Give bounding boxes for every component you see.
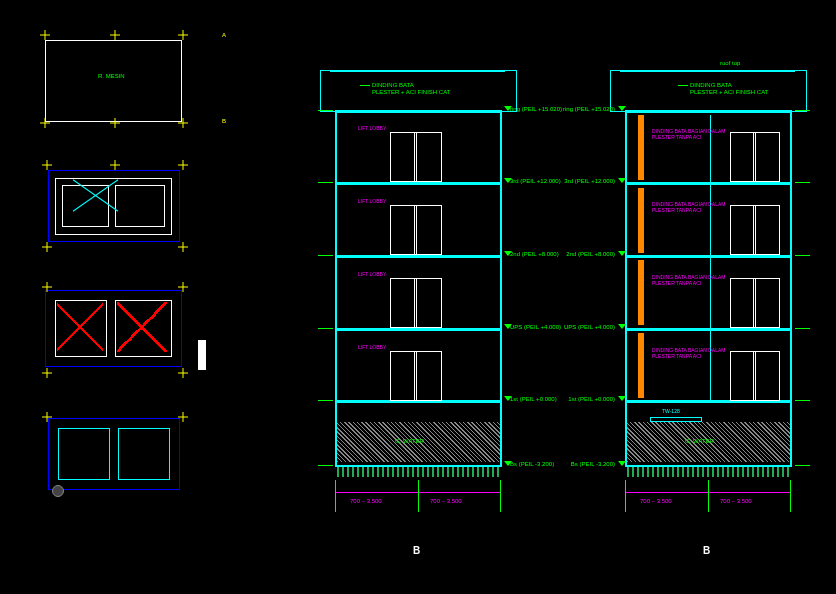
wall-highlight bbox=[638, 188, 644, 253]
plan4-room1 bbox=[58, 428, 110, 480]
wall-label: DINDING BATA BAGIAN DALAM PLESTER TANPA … bbox=[652, 347, 725, 359]
lvl-bs: Bs (PEIL -3.200) bbox=[560, 461, 615, 467]
grid-cross bbox=[42, 282, 52, 292]
wall-highlight bbox=[638, 260, 644, 325]
grid-cross bbox=[40, 118, 50, 128]
grid-cross bbox=[42, 160, 52, 170]
grid-cross bbox=[42, 412, 52, 422]
plan3-x2 bbox=[117, 302, 167, 352]
grid-cross bbox=[178, 118, 188, 128]
grid-bubble bbox=[218, 238, 230, 250]
lvl-ring: ring (PEIL +15.020) bbox=[560, 106, 615, 112]
plan4-marker bbox=[52, 485, 64, 497]
grid-cross bbox=[110, 160, 120, 170]
wall-label: DINDING BATA BAGIAN DALAM PLESTER TANPA … bbox=[652, 201, 725, 213]
lvl-2: 2nd (PEIL +8.000) bbox=[510, 251, 559, 257]
grid-cross bbox=[42, 242, 52, 252]
grid-cross bbox=[40, 30, 50, 40]
lobby: LIFT LOBBY bbox=[358, 344, 386, 350]
grid-bubble bbox=[620, 515, 632, 527]
grid-cross bbox=[178, 30, 188, 40]
dim2: 700 – 3.500 bbox=[720, 498, 752, 504]
grid-bubble bbox=[413, 515, 425, 527]
roof-label: roof top bbox=[720, 60, 740, 66]
lvl-1: 1st (PEIL +0.000) bbox=[560, 396, 615, 402]
lvl-bs: Bs (PEIL -3.200) bbox=[510, 461, 554, 467]
wall-label: DINDING BATA BAGIAN DALAM PLESTER TANPA … bbox=[652, 274, 725, 286]
grid-cross bbox=[178, 160, 188, 170]
lvl-ring: ring (PEIL +15.020) bbox=[510, 106, 562, 112]
roof-annot: DINDING BATA PLESTER + ACI FINISH CAT bbox=[372, 82, 450, 96]
lvl-3: 3rd (PEIL +12.000) bbox=[510, 178, 561, 184]
grid-cross bbox=[110, 118, 120, 128]
wall-highlight bbox=[638, 115, 644, 180]
lobby: LIFT LOBBY bbox=[358, 198, 386, 204]
section-id: B bbox=[413, 545, 420, 556]
grid-bubble bbox=[218, 160, 230, 172]
corridor: TW-128 bbox=[662, 408, 680, 414]
lvl-1: 1st (PEIL +0.000) bbox=[510, 396, 557, 402]
ground-wave bbox=[337, 467, 500, 477]
ground: G. WATER bbox=[685, 438, 714, 444]
grid-bubble bbox=[785, 515, 797, 527]
grid-bubble bbox=[495, 515, 507, 527]
plan3-wall bbox=[198, 340, 206, 370]
ground: G. WATER bbox=[395, 438, 424, 444]
wall-label: DINDING BATA BAGIAN DALAM PLESTER TANPA … bbox=[652, 128, 725, 140]
dim2: 700 – 3.500 bbox=[430, 498, 462, 504]
roof-annot: DINDING BATA PLESTER + ACI FINISH CAT bbox=[690, 82, 768, 96]
grid-bubble bbox=[218, 365, 230, 377]
lvl-3: 3rd (PEIL +12.000) bbox=[560, 178, 615, 184]
lvl-ups: UPS (PEIL +4.000) bbox=[510, 324, 561, 330]
lvl-2: 2nd (PEIL +8.000) bbox=[560, 251, 615, 257]
ground-wave bbox=[627, 467, 790, 477]
grid-a: A bbox=[222, 32, 226, 38]
dim1: 700 – 3.500 bbox=[640, 498, 672, 504]
grid-cross bbox=[178, 368, 188, 378]
grid-b: B bbox=[222, 118, 226, 124]
plan3-x1 bbox=[57, 302, 103, 352]
grid-bubble bbox=[703, 515, 715, 527]
lobby: LIFT LOBBY bbox=[358, 125, 386, 131]
grid-cross bbox=[178, 282, 188, 292]
plan2-room2 bbox=[115, 185, 165, 227]
grid-bubble bbox=[330, 515, 342, 527]
plan1-outline bbox=[45, 40, 182, 122]
plan4-room2 bbox=[118, 428, 170, 480]
dim1: 700 – 3.500 bbox=[350, 498, 382, 504]
section-id: B bbox=[703, 545, 710, 556]
grid-cross bbox=[178, 242, 188, 252]
plan1-label: R. MESIN bbox=[98, 73, 125, 79]
grid-cross bbox=[42, 368, 52, 378]
lvl-ups: UPS (PEIL +4.000) bbox=[560, 324, 615, 330]
cad-canvas: R. MESIN A B DINDING BATA PLESTER + ACI … bbox=[0, 0, 836, 594]
lobby: LIFT LOBBY bbox=[358, 271, 386, 277]
grid-cross bbox=[178, 412, 188, 422]
grid-bubble bbox=[218, 282, 230, 294]
grid-cross bbox=[110, 30, 120, 40]
wall-highlight bbox=[638, 333, 644, 398]
